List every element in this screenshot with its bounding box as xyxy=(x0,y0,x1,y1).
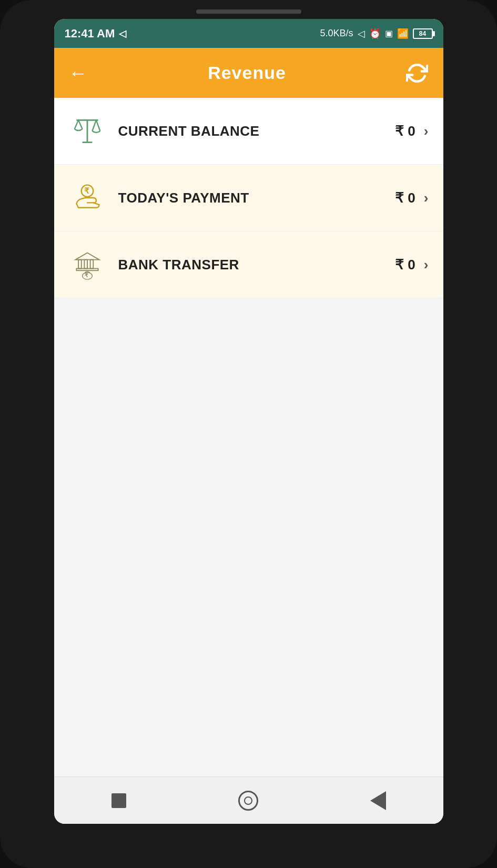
svg-rect-12 xyxy=(90,260,93,269)
refresh-icon xyxy=(406,62,428,84)
home-circle-icon xyxy=(238,791,258,811)
home-circle-inner xyxy=(244,796,252,805)
nav-signal-icon: ◁ xyxy=(358,28,365,39)
svg-rect-10 xyxy=(78,260,82,269)
battery-icon: 84 xyxy=(413,28,433,39)
status-right: 5.0KB/s ◁ ⏰ ▣ 📶 84 xyxy=(320,28,432,39)
payment-icon: ₹ xyxy=(69,179,106,216)
status-left: 12:41 AM ◁ xyxy=(65,27,127,41)
bank-icon: ₹ xyxy=(69,246,106,283)
refresh-button[interactable] xyxy=(406,62,428,84)
time-display: 12:41 AM xyxy=(65,27,115,41)
phone-frame: 12:41 AM ◁ 5.0KB/s ◁ ⏰ ▣ 📶 84 ← Revenue xyxy=(0,0,497,868)
bottom-navigation xyxy=(54,776,443,824)
back-button[interactable]: ← xyxy=(69,62,88,84)
app-bar: ← Revenue xyxy=(54,48,443,98)
back-nav-button[interactable] xyxy=(365,788,391,814)
network-speed: 5.0KB/s xyxy=(320,28,353,39)
balance-icon xyxy=(69,113,106,149)
back-triangle-icon xyxy=(370,791,386,810)
bank-transfer-chevron: › xyxy=(424,257,429,273)
back-arrow-icon: ← xyxy=(69,62,88,84)
alarm-icon: ⏰ xyxy=(369,28,381,39)
recent-apps-button[interactable] xyxy=(106,788,132,814)
bank-transfer-amount: ₹ 0 xyxy=(395,257,415,273)
location-icon: ◁ xyxy=(119,28,126,39)
notch-bar xyxy=(196,9,301,14)
screen: 12:41 AM ◁ 5.0KB/s ◁ ⏰ ▣ 📶 84 ← Revenue xyxy=(54,19,443,824)
bank-transfer-label: BANK TRANSFER xyxy=(118,257,395,273)
todays-payment-amount: ₹ 0 xyxy=(395,190,415,206)
svg-rect-11 xyxy=(84,260,87,269)
svg-text:₹: ₹ xyxy=(85,272,88,278)
home-button[interactable] xyxy=(235,788,261,814)
todays-payment-label: TODAY'S PAYMENT xyxy=(118,190,395,206)
svg-line-4 xyxy=(92,120,96,131)
svg-rect-13 xyxy=(76,269,98,271)
square-icon xyxy=(111,793,126,808)
sim-icon: ▣ xyxy=(385,28,393,38)
svg-line-5 xyxy=(96,120,100,131)
status-bar: 12:41 AM ◁ 5.0KB/s ◁ ⏰ ▣ 📶 84 xyxy=(54,19,443,48)
svg-line-3 xyxy=(78,120,83,129)
wifi-icon: 📶 xyxy=(397,28,409,39)
content-area: CURRENT BALANCE ₹ 0 › ₹ TODAY'S PAYME xyxy=(54,98,443,776)
current-balance-amount: ₹ 0 xyxy=(395,123,415,139)
current-balance-row[interactable]: CURRENT BALANCE ₹ 0 › xyxy=(54,98,443,165)
svg-text:₹: ₹ xyxy=(84,186,89,195)
todays-payment-row[interactable]: ₹ TODAY'S PAYMENT ₹ 0 › xyxy=(54,165,443,231)
bank-transfer-row[interactable]: ₹ BANK TRANSFER ₹ 0 › xyxy=(54,231,443,298)
svg-line-2 xyxy=(74,120,78,129)
current-balance-label: CURRENT BALANCE xyxy=(118,123,395,139)
todays-payment-chevron: › xyxy=(424,190,429,206)
svg-marker-9 xyxy=(75,253,99,260)
current-balance-chevron: › xyxy=(424,123,429,139)
page-title: Revenue xyxy=(208,63,286,83)
